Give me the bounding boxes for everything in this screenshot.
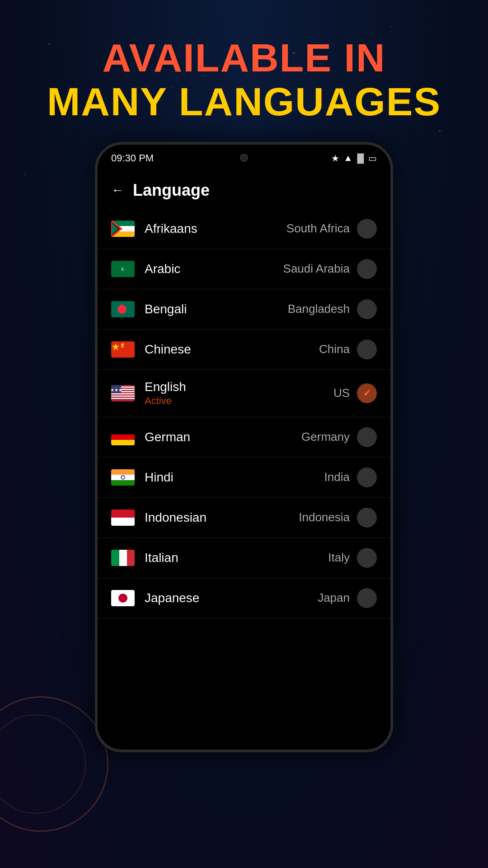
page-title: Language xyxy=(133,181,210,200)
list-item[interactable]: Japanese Japan xyxy=(98,578,390,618)
list-item[interactable]: ☪ Arabic Saudi Arabia xyxy=(98,249,390,289)
flag-jp xyxy=(111,590,135,606)
flag-in xyxy=(111,469,135,486)
svg-rect-26 xyxy=(111,434,135,440)
svg-rect-20 xyxy=(111,393,135,395)
toggle-indonesian[interactable] xyxy=(357,508,377,528)
toggle-japanese[interactable] xyxy=(357,588,377,608)
lang-info-arabic: Arabic xyxy=(145,262,283,276)
svg-text:★★★: ★★★ xyxy=(111,387,122,392)
list-item[interactable]: Chinese China xyxy=(98,330,390,370)
lang-info-german: German xyxy=(145,430,301,444)
flag-id xyxy=(111,509,135,526)
flag-it xyxy=(111,550,135,566)
lang-country-chinese: China xyxy=(319,342,350,356)
list-item[interactable]: ★★★ English Active US ✓ xyxy=(98,370,390,417)
svg-rect-35 xyxy=(119,550,127,566)
svg-rect-27 xyxy=(111,440,135,445)
lang-country-bengali: Bangladesh xyxy=(288,302,350,316)
lang-name: Hindi xyxy=(145,470,324,485)
lang-country-german: Germany xyxy=(301,430,350,444)
svg-point-9 xyxy=(117,305,127,314)
list-item[interactable]: German Germany xyxy=(98,417,390,458)
status-icons: ★ ▲ ▓ ▭ xyxy=(331,153,377,164)
language-list: Afrikaans South Africa ☪ Arabic xyxy=(98,209,390,618)
svg-rect-32 xyxy=(111,509,135,518)
lang-country-afrikaans: South Africa xyxy=(286,222,350,236)
signal-icon: ▓ xyxy=(357,153,364,163)
phone-mockup: 09:30 PM ★ ▲ ▓ ▭ ← Language xyxy=(0,142,488,752)
bluetooth-icon: ★ xyxy=(331,153,339,164)
toggle-german[interactable] xyxy=(357,427,377,447)
header-section: AVAILABLE IN MANY LANGUAGES xyxy=(0,0,488,124)
list-item[interactable]: Italian Italy xyxy=(98,538,390,578)
lang-info-afrikaans: Afrikaans xyxy=(145,222,286,236)
flag-cn xyxy=(111,341,135,358)
lang-name: Bengali xyxy=(145,302,288,316)
toggle-afrikaans[interactable] xyxy=(357,219,377,239)
back-button[interactable]: ← xyxy=(111,183,124,198)
lang-info-bengali: Bengali xyxy=(145,302,288,316)
nav-bar: ← Language xyxy=(98,172,390,209)
lang-name: Arabic xyxy=(145,262,283,276)
lang-active-label: Active xyxy=(145,395,333,407)
list-item[interactable]: Indonesian Indonesia xyxy=(98,498,390,538)
flag-bd xyxy=(111,301,135,317)
header-line1: AVAILABLE IN xyxy=(0,36,488,80)
flag-sa: ☪ xyxy=(111,261,135,277)
lang-name: English xyxy=(145,380,333,394)
toggle-english-active[interactable]: ✓ xyxy=(357,383,377,403)
battery-icon: ▭ xyxy=(368,153,377,164)
lang-name: German xyxy=(145,430,301,444)
svg-rect-25 xyxy=(111,429,135,434)
svg-rect-30 xyxy=(111,480,135,486)
flag-us: ★★★ xyxy=(111,385,135,401)
toggle-chinese[interactable] xyxy=(357,340,377,359)
svg-rect-22 xyxy=(111,398,135,399)
toggle-bengali[interactable] xyxy=(357,299,377,319)
svg-rect-21 xyxy=(111,396,135,397)
lang-country-japanese: Japan xyxy=(318,591,350,605)
lang-info-english: English Active xyxy=(145,380,333,407)
flag-de xyxy=(111,429,135,445)
list-item[interactable]: Afrikaans South Africa xyxy=(98,209,390,249)
lang-name: Japanese xyxy=(145,591,318,605)
toggle-arabic[interactable] xyxy=(357,259,377,279)
list-item[interactable]: Bengali Bangladesh xyxy=(98,289,390,330)
lang-info-japanese: Japanese xyxy=(145,591,318,605)
phone-frame: 09:30 PM ★ ▲ ▓ ▭ ← Language xyxy=(95,142,393,752)
svg-rect-33 xyxy=(111,518,135,526)
lang-name: Indonesian xyxy=(145,510,299,525)
screen-content: ← Language xyxy=(98,172,390,750)
toggle-hindi[interactable] xyxy=(357,467,377,487)
wifi-icon: ▲ xyxy=(344,153,353,163)
lang-country-indonesian: Indonesia xyxy=(299,510,350,524)
status-time: 09:30 PM xyxy=(111,152,154,164)
svg-rect-28 xyxy=(111,469,135,475)
lang-country-hindi: India xyxy=(324,470,350,484)
svg-point-38 xyxy=(118,594,127,603)
lang-info-hindi: Hindi xyxy=(145,470,324,485)
list-item[interactable]: Hindi India xyxy=(98,458,390,498)
status-bar: 09:30 PM ★ ▲ ▓ ▭ xyxy=(98,145,390,172)
lang-name: Chinese xyxy=(145,342,319,357)
lang-country-arabic: Saudi Arabia xyxy=(283,262,350,276)
camera-cutout xyxy=(240,154,248,162)
svg-rect-36 xyxy=(127,550,135,566)
flag-za xyxy=(111,221,135,237)
lang-country-italian: Italy xyxy=(328,551,350,565)
lang-name: Italian xyxy=(145,551,328,565)
lang-name: Afrikaans xyxy=(145,222,286,236)
toggle-italian[interactable] xyxy=(357,548,377,568)
svg-rect-34 xyxy=(111,550,119,566)
header-line2: MANY LANGUAGES xyxy=(0,80,488,124)
lang-country-english: US xyxy=(333,386,350,400)
lang-info-chinese: Chinese xyxy=(145,342,319,357)
svg-text:☪: ☪ xyxy=(121,267,125,272)
lang-info-italian: Italian xyxy=(145,551,328,565)
lang-info-indonesian: Indonesian xyxy=(145,510,299,525)
